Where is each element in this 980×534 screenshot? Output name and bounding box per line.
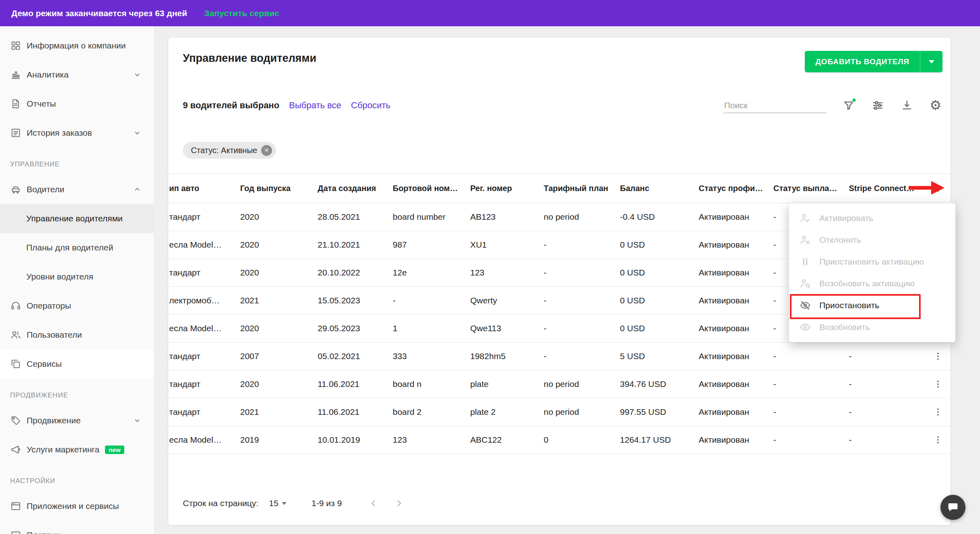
sidebar-item-payments[interactable]: Платежи xyxy=(0,521,154,534)
sidebar-item-services[interactable]: Сервисы xyxy=(0,349,154,378)
table-row[interactable]: тандарт 2007 05.02.2021 333 1982hm5 - 5 … xyxy=(168,343,951,370)
cell-board-number: 333 xyxy=(393,351,470,361)
cell-car-type: тандарт xyxy=(168,379,240,389)
sidebar-item-driver-levels[interactable]: Уровни водителя xyxy=(0,262,154,291)
launch-service-link[interactable]: Запустить сервис xyxy=(204,8,279,18)
person-check-icon xyxy=(799,212,811,224)
cell-created: 11.06.2021 xyxy=(318,407,393,417)
rows-per-page-select[interactable]: 15 xyxy=(269,498,286,508)
add-driver-button[interactable]: ДОБАВИТЬ ВОДИТЕЛЯ xyxy=(805,51,920,72)
cell-payout-status: - xyxy=(773,435,849,445)
table-header: ип авто Год выпуска Дата создания Бортов… xyxy=(168,173,951,203)
sidebar-item-marketing-services[interactable]: Услуги маркетинга new xyxy=(0,435,154,464)
cell-year: 2020 xyxy=(240,240,318,250)
pagination-range: 1-9 из 9 xyxy=(312,498,342,508)
sidebar-item-driver-management[interactable]: Управление водителями xyxy=(0,204,154,233)
cell-car-type: есла Model… xyxy=(168,240,240,250)
search-input[interactable] xyxy=(723,98,826,113)
cell-created: 15.05.2023 xyxy=(318,296,393,305)
cell-year: 2019 xyxy=(240,435,318,445)
sidebar-item-operators[interactable]: Операторы xyxy=(0,291,154,320)
column-header-created: Дата создания xyxy=(318,184,393,193)
cell-balance: 5 USD xyxy=(620,351,699,361)
add-driver-dropdown-button[interactable] xyxy=(920,51,942,72)
sidebar-item-company-info[interactable]: Информация о компании xyxy=(0,31,154,60)
sidebar-item-apps-services[interactable]: Приложения и сервисы xyxy=(0,492,154,521)
cell-reg-number: 123 xyxy=(470,268,544,278)
column-header-year: Год выпуска xyxy=(240,184,318,193)
cell-reg-number: XU1 xyxy=(470,240,544,250)
chevron-down-icon xyxy=(133,531,142,534)
cell-year: 2007 xyxy=(240,351,318,361)
sidebar-item-order-history[interactable]: История заказов xyxy=(0,118,154,147)
row-menu-button[interactable] xyxy=(933,407,943,417)
sidebar-item-reports[interactable]: Отчеты xyxy=(0,89,154,118)
download-icon[interactable] xyxy=(900,99,913,112)
cell-stripe-connect: - xyxy=(849,379,926,389)
menu-item-resume-activation: Возобновить активацию xyxy=(789,273,955,294)
chevron-left-icon[interactable] xyxy=(369,498,379,509)
cell-year: 2020 xyxy=(240,324,318,333)
chevron-right-icon[interactable] xyxy=(394,498,404,509)
sidebar-item-drivers[interactable]: Водители xyxy=(0,175,154,204)
table-row[interactable]: тандарт 2020 11.06.2021 board n plate no… xyxy=(168,370,951,398)
chevron-down-icon xyxy=(133,128,142,137)
close-icon[interactable]: ✕ xyxy=(261,145,272,156)
row-menu-button[interactable] xyxy=(933,379,943,389)
cell-tariff: - xyxy=(544,268,620,278)
sidebar-item-analytics[interactable]: Аналитика xyxy=(0,60,154,89)
menu-item-resume: Возобновить xyxy=(789,316,955,338)
cell-board-number: 987 xyxy=(393,240,470,250)
cell-year: 2020 xyxy=(240,212,318,222)
table-row[interactable]: есла Model… 2019 10.01.2019 123 ABC122 0… xyxy=(168,426,951,454)
row-menu-button[interactable] xyxy=(933,351,943,362)
pause-icon xyxy=(799,256,811,268)
cell-balance: 0 USD xyxy=(620,296,699,305)
column-settings-button[interactable] xyxy=(933,183,943,193)
cell-created: 29.05.2023 xyxy=(318,324,393,333)
chevron-down-icon xyxy=(929,60,934,63)
cell-tariff: no period xyxy=(544,407,620,417)
table-row[interactable]: тандарт 2021 11.06.2021 board 2 plate 2 … xyxy=(168,398,951,426)
cell-reg-number: Qwerty xyxy=(470,296,544,305)
cell-balance: 1264.17 USD xyxy=(620,435,699,445)
cell-profile-status: Активирован xyxy=(699,324,773,333)
chevron-down-icon xyxy=(133,70,142,79)
status-filter-chip[interactable]: Статус: Активные ✕ xyxy=(183,142,276,159)
cell-balance: 0 USD xyxy=(620,240,699,250)
column-header-car-type: ип авто xyxy=(168,184,240,193)
gear-icon[interactable]: ⚙ xyxy=(930,99,942,112)
megaphone-icon xyxy=(10,444,21,455)
chat-launcher-button[interactable] xyxy=(940,495,965,520)
menu-item-activate: Активировать xyxy=(789,207,955,229)
cell-reg-number: plate 2 xyxy=(470,407,544,417)
reset-selection-link[interactable]: Сбросить xyxy=(351,100,391,111)
rows-per-page-value: 15 xyxy=(269,498,278,508)
sidebar-label: Операторы xyxy=(27,301,71,311)
sidebar-item-users[interactable]: Пользователи xyxy=(0,320,154,349)
chevron-down-icon xyxy=(282,502,287,505)
cell-stripe-connect: - xyxy=(849,351,926,361)
cell-board-number: 1 xyxy=(393,324,470,333)
sidebar-label: Пользователи xyxy=(27,330,82,340)
cell-profile-status: Активирован xyxy=(699,268,773,278)
row-menu-button[interactable] xyxy=(933,435,943,445)
cell-balance: 394.76 USD xyxy=(620,379,699,389)
headset-icon xyxy=(10,300,21,311)
cell-board-number: 12e xyxy=(393,268,470,278)
bar-chart-icon xyxy=(10,69,21,80)
cell-profile-status: Активирован xyxy=(699,212,773,222)
person-search-icon xyxy=(799,278,811,290)
filter-icon[interactable] xyxy=(842,99,855,112)
sidebar-label: Водители xyxy=(27,185,65,194)
sidebar-label: Приложения и сервисы xyxy=(27,501,119,511)
cell-created: 11.06.2021 xyxy=(318,379,393,389)
select-all-link[interactable]: Выбрать все xyxy=(289,100,341,111)
menu-item-suspend[interactable]: Приостановить xyxy=(789,294,955,316)
sidebar-item-driver-plans[interactable]: Планы для водителей xyxy=(0,233,154,262)
eye-off-icon xyxy=(799,299,811,311)
sidebar-item-promotion[interactable]: Продвижение xyxy=(0,406,154,435)
tune-icon[interactable] xyxy=(871,99,884,112)
filter-active-dot xyxy=(852,98,856,103)
column-header-stripe: Stripe Connect… xyxy=(849,184,926,193)
